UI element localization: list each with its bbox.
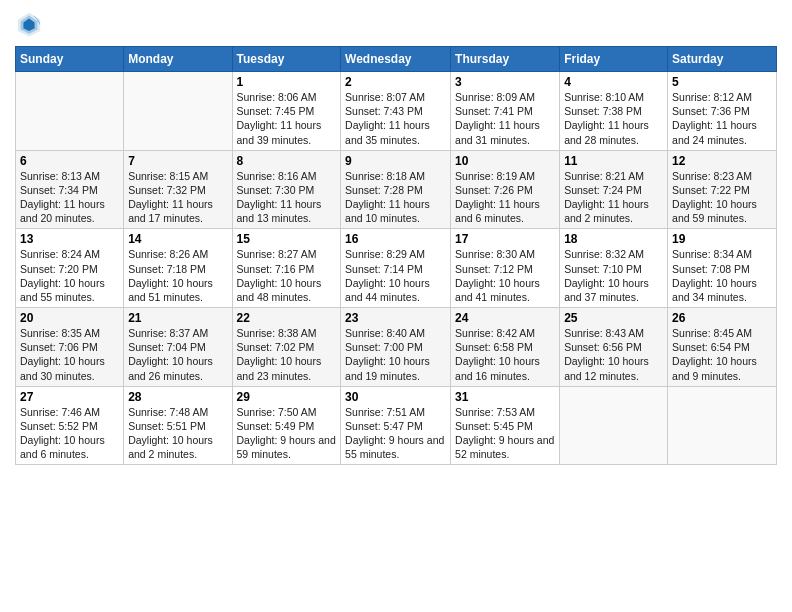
day-number: 1 xyxy=(237,75,337,89)
day-info: Sunrise: 7:50 AM Sunset: 5:49 PM Dayligh… xyxy=(237,405,337,462)
page: SundayMondayTuesdayWednesdayThursdayFrid… xyxy=(0,0,792,612)
day-info: Sunrise: 8:24 AM Sunset: 7:20 PM Dayligh… xyxy=(20,247,119,304)
calendar-header: SundayMondayTuesdayWednesdayThursdayFrid… xyxy=(16,47,777,72)
day-number: 17 xyxy=(455,232,555,246)
calendar-cell: 2Sunrise: 8:07 AM Sunset: 7:43 PM Daylig… xyxy=(341,72,451,151)
day-info: Sunrise: 8:12 AM Sunset: 7:36 PM Dayligh… xyxy=(672,90,772,147)
calendar-cell: 6Sunrise: 8:13 AM Sunset: 7:34 PM Daylig… xyxy=(16,150,124,229)
calendar-cell xyxy=(668,386,777,465)
day-info: Sunrise: 8:45 AM Sunset: 6:54 PM Dayligh… xyxy=(672,326,772,383)
logo-icon xyxy=(15,10,43,38)
calendar-cell: 3Sunrise: 8:09 AM Sunset: 7:41 PM Daylig… xyxy=(451,72,560,151)
week-row-3: 13Sunrise: 8:24 AM Sunset: 7:20 PM Dayli… xyxy=(16,229,777,308)
day-number: 11 xyxy=(564,154,663,168)
day-info: Sunrise: 8:16 AM Sunset: 7:30 PM Dayligh… xyxy=(237,169,337,226)
calendar-cell: 20Sunrise: 8:35 AM Sunset: 7:06 PM Dayli… xyxy=(16,308,124,387)
calendar-cell: 21Sunrise: 8:37 AM Sunset: 7:04 PM Dayli… xyxy=(124,308,232,387)
day-header-sunday: Sunday xyxy=(16,47,124,72)
day-number: 4 xyxy=(564,75,663,89)
day-number: 12 xyxy=(672,154,772,168)
day-number: 18 xyxy=(564,232,663,246)
calendar-cell xyxy=(124,72,232,151)
week-row-5: 27Sunrise: 7:46 AM Sunset: 5:52 PM Dayli… xyxy=(16,386,777,465)
day-info: Sunrise: 8:06 AM Sunset: 7:45 PM Dayligh… xyxy=(237,90,337,147)
calendar-cell: 28Sunrise: 7:48 AM Sunset: 5:51 PM Dayli… xyxy=(124,386,232,465)
day-info: Sunrise: 7:51 AM Sunset: 5:47 PM Dayligh… xyxy=(345,405,446,462)
day-number: 26 xyxy=(672,311,772,325)
day-number: 6 xyxy=(20,154,119,168)
calendar-cell: 17Sunrise: 8:30 AM Sunset: 7:12 PM Dayli… xyxy=(451,229,560,308)
day-info: Sunrise: 8:34 AM Sunset: 7:08 PM Dayligh… xyxy=(672,247,772,304)
calendar-cell: 5Sunrise: 8:12 AM Sunset: 7:36 PM Daylig… xyxy=(668,72,777,151)
calendar-cell: 12Sunrise: 8:23 AM Sunset: 7:22 PM Dayli… xyxy=(668,150,777,229)
day-info: Sunrise: 8:21 AM Sunset: 7:24 PM Dayligh… xyxy=(564,169,663,226)
day-info: Sunrise: 7:53 AM Sunset: 5:45 PM Dayligh… xyxy=(455,405,555,462)
day-info: Sunrise: 8:38 AM Sunset: 7:02 PM Dayligh… xyxy=(237,326,337,383)
day-info: Sunrise: 8:26 AM Sunset: 7:18 PM Dayligh… xyxy=(128,247,227,304)
day-number: 29 xyxy=(237,390,337,404)
day-number: 27 xyxy=(20,390,119,404)
day-info: Sunrise: 8:23 AM Sunset: 7:22 PM Dayligh… xyxy=(672,169,772,226)
day-number: 20 xyxy=(20,311,119,325)
day-number: 19 xyxy=(672,232,772,246)
day-number: 2 xyxy=(345,75,446,89)
day-number: 21 xyxy=(128,311,227,325)
day-info: Sunrise: 8:19 AM Sunset: 7:26 PM Dayligh… xyxy=(455,169,555,226)
calendar-cell: 18Sunrise: 8:32 AM Sunset: 7:10 PM Dayli… xyxy=(560,229,668,308)
calendar-cell: 30Sunrise: 7:51 AM Sunset: 5:47 PM Dayli… xyxy=(341,386,451,465)
calendar-cell: 25Sunrise: 8:43 AM Sunset: 6:56 PM Dayli… xyxy=(560,308,668,387)
calendar-table: SundayMondayTuesdayWednesdayThursdayFrid… xyxy=(15,46,777,465)
calendar-cell: 27Sunrise: 7:46 AM Sunset: 5:52 PM Dayli… xyxy=(16,386,124,465)
calendar-cell: 8Sunrise: 8:16 AM Sunset: 7:30 PM Daylig… xyxy=(232,150,341,229)
day-number: 13 xyxy=(20,232,119,246)
calendar-cell: 31Sunrise: 7:53 AM Sunset: 5:45 PM Dayli… xyxy=(451,386,560,465)
day-info: Sunrise: 8:42 AM Sunset: 6:58 PM Dayligh… xyxy=(455,326,555,383)
day-info: Sunrise: 8:10 AM Sunset: 7:38 PM Dayligh… xyxy=(564,90,663,147)
day-info: Sunrise: 8:15 AM Sunset: 7:32 PM Dayligh… xyxy=(128,169,227,226)
logo xyxy=(15,10,47,38)
calendar-cell: 9Sunrise: 8:18 AM Sunset: 7:28 PM Daylig… xyxy=(341,150,451,229)
day-info: Sunrise: 8:30 AM Sunset: 7:12 PM Dayligh… xyxy=(455,247,555,304)
header xyxy=(15,10,777,38)
calendar-cell: 13Sunrise: 8:24 AM Sunset: 7:20 PM Dayli… xyxy=(16,229,124,308)
calendar-cell: 24Sunrise: 8:42 AM Sunset: 6:58 PM Dayli… xyxy=(451,308,560,387)
day-info: Sunrise: 8:29 AM Sunset: 7:14 PM Dayligh… xyxy=(345,247,446,304)
day-header-tuesday: Tuesday xyxy=(232,47,341,72)
calendar-cell xyxy=(16,72,124,151)
day-number: 3 xyxy=(455,75,555,89)
day-header-wednesday: Wednesday xyxy=(341,47,451,72)
day-number: 14 xyxy=(128,232,227,246)
week-row-2: 6Sunrise: 8:13 AM Sunset: 7:34 PM Daylig… xyxy=(16,150,777,229)
calendar-cell: 22Sunrise: 8:38 AM Sunset: 7:02 PM Dayli… xyxy=(232,308,341,387)
calendar-body: 1Sunrise: 8:06 AM Sunset: 7:45 PM Daylig… xyxy=(16,72,777,465)
calendar-cell xyxy=(560,386,668,465)
day-number: 5 xyxy=(672,75,772,89)
day-info: Sunrise: 8:37 AM Sunset: 7:04 PM Dayligh… xyxy=(128,326,227,383)
day-number: 30 xyxy=(345,390,446,404)
calendar-cell: 19Sunrise: 8:34 AM Sunset: 7:08 PM Dayli… xyxy=(668,229,777,308)
calendar-cell: 14Sunrise: 8:26 AM Sunset: 7:18 PM Dayli… xyxy=(124,229,232,308)
day-info: Sunrise: 8:43 AM Sunset: 6:56 PM Dayligh… xyxy=(564,326,663,383)
day-number: 25 xyxy=(564,311,663,325)
day-number: 24 xyxy=(455,311,555,325)
day-info: Sunrise: 8:35 AM Sunset: 7:06 PM Dayligh… xyxy=(20,326,119,383)
calendar-cell: 16Sunrise: 8:29 AM Sunset: 7:14 PM Dayli… xyxy=(341,229,451,308)
day-number: 8 xyxy=(237,154,337,168)
day-number: 15 xyxy=(237,232,337,246)
calendar-cell: 23Sunrise: 8:40 AM Sunset: 7:00 PM Dayli… xyxy=(341,308,451,387)
calendar-cell: 1Sunrise: 8:06 AM Sunset: 7:45 PM Daylig… xyxy=(232,72,341,151)
calendar-cell: 10Sunrise: 8:19 AM Sunset: 7:26 PM Dayli… xyxy=(451,150,560,229)
day-info: Sunrise: 8:18 AM Sunset: 7:28 PM Dayligh… xyxy=(345,169,446,226)
calendar-cell: 15Sunrise: 8:27 AM Sunset: 7:16 PM Dayli… xyxy=(232,229,341,308)
day-header-saturday: Saturday xyxy=(668,47,777,72)
day-info: Sunrise: 8:32 AM Sunset: 7:10 PM Dayligh… xyxy=(564,247,663,304)
day-number: 31 xyxy=(455,390,555,404)
week-row-1: 1Sunrise: 8:06 AM Sunset: 7:45 PM Daylig… xyxy=(16,72,777,151)
day-info: Sunrise: 8:09 AM Sunset: 7:41 PM Dayligh… xyxy=(455,90,555,147)
day-number: 23 xyxy=(345,311,446,325)
calendar-cell: 29Sunrise: 7:50 AM Sunset: 5:49 PM Dayli… xyxy=(232,386,341,465)
week-row-4: 20Sunrise: 8:35 AM Sunset: 7:06 PM Dayli… xyxy=(16,308,777,387)
day-info: Sunrise: 7:46 AM Sunset: 5:52 PM Dayligh… xyxy=(20,405,119,462)
day-number: 28 xyxy=(128,390,227,404)
day-info: Sunrise: 8:40 AM Sunset: 7:00 PM Dayligh… xyxy=(345,326,446,383)
